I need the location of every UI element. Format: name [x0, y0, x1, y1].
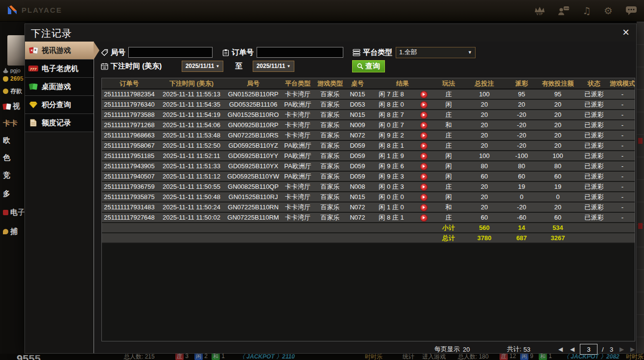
platform-select[interactable]: 1.全部 ▼ [396, 47, 476, 58]
cards-icon [3, 103, 11, 110]
table-row: 251111117931483 2025-11-11 11:50:24 GN07… [102, 202, 635, 212]
cell-payout: 19 [506, 181, 537, 192]
col-payout: 派彩 [506, 78, 537, 89]
replay-video-icon[interactable] [420, 112, 428, 119]
lobby-username: pgjo [3, 68, 21, 73]
cell-total-bet: 20 [462, 120, 506, 130]
page-divider: / [602, 344, 604, 355]
cell-valid-bet: 60 [537, 171, 579, 181]
cell-table-no: D059 [345, 140, 370, 151]
per-page[interactable]: 每页显示20 [434, 344, 470, 355]
dialog-titlebar: 下注记录 × [25, 24, 636, 42]
lobby-menu-item: 色 [3, 153, 10, 162]
cell-round-id: GD05925B110YW [226, 171, 280, 181]
sidebar-item-slots[interactable]: 777 电子老虎机 [25, 60, 94, 78]
round-input[interactable] [128, 47, 213, 58]
close-icon[interactable]: × [622, 26, 629, 39]
round-label: 局号 [101, 48, 125, 57]
cell-payout: -100 [506, 151, 537, 161]
chevron-down-icon: ▼ [468, 50, 472, 55]
cell-payout: 0 [506, 192, 537, 202]
lobby-balance: 2695 [3, 75, 24, 82]
cell-platform: PA欧洲厅 [280, 161, 315, 171]
brand-text: PLAYACE [22, 6, 62, 14]
cell-valid-bet: 20 [537, 99, 579, 110]
cell-order-id: 251111117951185 [102, 151, 157, 161]
search-icon [357, 63, 363, 69]
cell-total-bet: 20 [462, 202, 506, 212]
table-row: 251111117968663 2025-11-11 11:53:48 GN07… [102, 130, 635, 140]
replay-video-icon[interactable] [420, 122, 428, 129]
replay-video-icon[interactable] [420, 214, 428, 222]
cell-result: 闲 0 庄 3 [370, 181, 412, 192]
col-result: 结果 [370, 78, 435, 89]
cell-game-type: 百家乐 [315, 140, 345, 151]
subtotal-label: 小计 [435, 223, 462, 233]
music-icon[interactable]: ♫ [582, 6, 591, 16]
cell-game-type: 百家乐 [315, 212, 345, 223]
cell-order-id: 251111117936759 [102, 181, 157, 192]
first-page-icon[interactable]: ◀ [558, 344, 563, 355]
order-input[interactable] [257, 47, 343, 58]
cell-status: 已派彩 [579, 130, 609, 140]
cell-play-type: 庄 [435, 181, 462, 192]
round-filter: 局号 [101, 46, 213, 59]
cell-status: 已派彩 [579, 151, 609, 161]
cell-status: 已派彩 [579, 171, 609, 181]
last-page-icon[interactable]: ▶ [630, 344, 635, 355]
replay-video-icon[interactable] [420, 183, 428, 191]
replay-video-icon[interactable] [420, 194, 428, 201]
cell-table-no: N015 [345, 110, 370, 120]
cell-table-no: N015 [345, 89, 370, 99]
customer-service-icon[interactable] [558, 6, 570, 16]
cell-table-no: N015 [345, 192, 370, 202]
cell-game-mode: - [609, 192, 635, 202]
sidebar-item-live-games[interactable]: K 9 视讯游戏 [25, 42, 94, 60]
cell-total-bet: 20 [462, 192, 506, 202]
cell-valid-bet: 20 [537, 202, 579, 212]
cell-status: 已派彩 [579, 99, 609, 110]
date-to-picker[interactable]: 2025/11/11▼ [253, 60, 294, 72]
cell-game-mode: - [609, 202, 635, 212]
replay-video-icon[interactable] [420, 142, 428, 150]
cell-platform: 卡卡湾厅 [280, 202, 315, 212]
sidebar-item-points[interactable]: 积分查询 [25, 96, 94, 114]
playing-cards-icon: K 9 [28, 46, 38, 55]
search-button[interactable]: 查询 [352, 60, 385, 72]
cell-game-type: 百家乐 [315, 151, 345, 161]
cell-status: 已派彩 [579, 192, 609, 202]
sidebar-item-label: 桌面游戏 [42, 82, 71, 91]
chat-icon[interactable] [625, 6, 637, 16]
sidebar-item-table-games[interactable]: 桌面游戏 [25, 78, 94, 96]
cell-valid-bet: 19 [537, 181, 579, 192]
cell-play-type: 闲 [435, 151, 462, 161]
col-order-id: 订单号 [102, 78, 157, 89]
cell-order-id: 251111117973588 [102, 110, 157, 120]
replay-video-icon[interactable] [420, 153, 428, 160]
cell-total-bet: 20 [462, 140, 506, 151]
document-icon [28, 118, 38, 127]
cell-bet-time: 2025-11-11 11:51:33 [157, 161, 226, 171]
cell-bet-time: 2025-11-11 11:54:06 [157, 120, 226, 130]
date-from-picker[interactable]: 2025/11/11▼ [182, 60, 223, 72]
cell-payout: 80 [506, 161, 537, 171]
cell-round-id: GN00825B110QP [226, 181, 280, 192]
sidebar-item-quota-records[interactable]: 额度记录 [25, 114, 94, 132]
next-page-icon[interactable]: ▶ [620, 344, 624, 355]
replay-video-icon[interactable] [420, 101, 428, 109]
page-input[interactable]: 3 [580, 344, 597, 355]
cell-play-type: 庄 [435, 140, 462, 151]
cell-table-no: D053 [345, 99, 370, 110]
settings-gear-icon[interactable]: ⚙ [604, 6, 613, 16]
sidebar-item-label: 额度记录 [42, 118, 71, 128]
platform-filter: 平台类型 1.全部 ▼ [353, 46, 476, 59]
replay-video-icon[interactable] [420, 173, 428, 180]
vip-icon[interactable]: VIP [534, 6, 545, 16]
replay-video-icon[interactable] [420, 204, 428, 211]
col-status: 状态 [579, 78, 609, 89]
replay-video-icon[interactable] [420, 163, 428, 170]
cell-payout: -20 [506, 202, 537, 212]
prev-page-icon[interactable]: ◀ [570, 344, 574, 355]
replay-video-icon[interactable] [420, 132, 428, 139]
replay-video-icon[interactable] [420, 91, 428, 98]
